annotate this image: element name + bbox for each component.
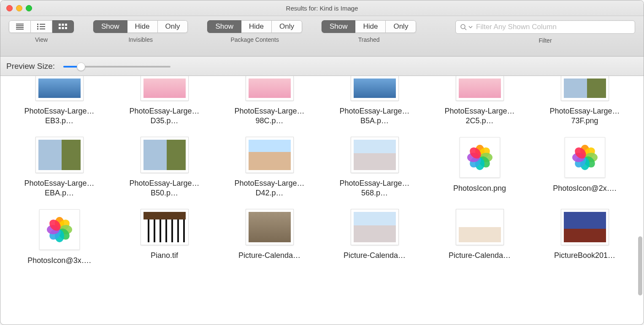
svg-rect-10 [59, 24, 61, 26]
file-thumbnail [565, 137, 605, 178]
svg-rect-15 [65, 27, 67, 29]
window-controls [0, 5, 32, 11]
preview-size-bar: Preview Size: [0, 57, 644, 76]
file-thumbnail [36, 137, 83, 173]
trashed-only-button[interactable]: Only [386, 20, 416, 33]
file-thumbnail [456, 76, 503, 100]
view-group-label: View [35, 36, 48, 43]
file-item[interactable]: PhotoEssay-Large…D35.p… [114, 76, 215, 125]
filter-group-label: Filter [538, 37, 552, 44]
package-only-button[interactable]: Only [272, 20, 302, 33]
file-name: Picture-Calenda… [238, 251, 300, 260]
list-bullets-icon [37, 23, 46, 30]
svg-rect-6 [37, 28, 38, 30]
package-show-button[interactable]: Show [207, 20, 241, 33]
package-hide-button[interactable]: Hide [241, 20, 272, 33]
file-item[interactable]: Piano.tif [114, 209, 215, 265]
file-thumbnail [246, 76, 293, 100]
view-list-button[interactable] [9, 20, 31, 33]
trashed-group: Show Hide Only Trashed [322, 20, 416, 43]
file-thumbnail [246, 137, 293, 173]
file-item[interactable]: PhotosIcon@3x…. [9, 209, 110, 265]
file-item[interactable]: PhotosIcon@2x…. [534, 137, 635, 198]
filter-group: Filter [455, 20, 635, 44]
file-item[interactable]: PhotoEssay-Large…D42.p… [219, 137, 320, 198]
trashed-group-label: Trashed [358, 36, 380, 43]
view-grid-button[interactable] [52, 20, 74, 33]
file-item[interactable]: PhotoEssay-Large…B50.p… [114, 137, 215, 198]
file-item[interactable]: PhotoEssay-Large…98C.p… [219, 76, 320, 125]
zoom-button[interactable] [26, 5, 32, 11]
scrollbar-thumb[interactable] [638, 236, 642, 295]
invisibles-group-label: Invisibles [128, 36, 153, 43]
file-thumbnail [456, 209, 503, 245]
invisibles-only-button[interactable]: Only [158, 20, 188, 33]
filter-input[interactable] [475, 22, 630, 32]
file-name: PhotosIcon@3x…. [27, 256, 91, 265]
chevron-down-icon[interactable] [468, 25, 473, 29]
close-button[interactable] [6, 5, 13, 11]
package-segmented: Show Hide Only [207, 20, 302, 33]
svg-line-17 [465, 28, 466, 30]
file-item[interactable]: Picture-Calenda… [219, 209, 320, 265]
file-thumbnail [246, 209, 293, 245]
finder-results-window: Results for: Kind is Image [0, 0, 644, 325]
file-item[interactable]: PhotoEssay-Large…EB3.p… [9, 76, 110, 125]
file-item[interactable]: PictureBook201… [534, 209, 635, 265]
minimize-button[interactable] [16, 5, 22, 11]
file-thumbnail [351, 209, 398, 245]
svg-point-16 [461, 24, 465, 29]
trashed-show-button[interactable]: Show [322, 20, 356, 33]
invisibles-show-button[interactable]: Show [93, 20, 127, 33]
toolbar: View Show Hide Only Invisibles Show Hide… [0, 16, 644, 57]
file-name: PhotosIcon.png [453, 184, 506, 193]
file-item[interactable]: PhotoEssay-Large…2C5.p… [429, 76, 530, 125]
file-thumbnail [141, 137, 188, 173]
filter-search-field[interactable] [455, 20, 635, 34]
file-item[interactable]: PhotosIcon.png [429, 137, 530, 198]
trashed-segmented: Show Hide Only [322, 20, 416, 33]
package-group-label: Package Contents [231, 36, 279, 43]
file-name: Picture-Calenda… [344, 251, 406, 260]
file-name: PhotoEssay-Large…EB3.p… [15, 106, 104, 125]
svg-rect-5 [37, 26, 38, 27]
list-dense-icon [15, 23, 24, 30]
view-list-bullets-button[interactable] [31, 20, 52, 33]
invisibles-hide-button[interactable]: Hide [127, 20, 158, 33]
preview-size-slider[interactable] [63, 62, 170, 70]
file-item[interactable]: PhotoEssay-Large…B5A.p… [324, 76, 425, 125]
svg-rect-11 [62, 24, 64, 26]
file-name: PhotoEssay-Large…2C5.p… [436, 106, 524, 125]
file-thumbnail [561, 76, 609, 100]
view-group: View [9, 20, 74, 43]
file-name: Picture-Calenda… [449, 251, 511, 260]
file-item[interactable]: PhotoEssay-Large…568.p… [324, 137, 425, 198]
package-group: Show Hide Only Package Contents [207, 20, 302, 43]
slider-thumb[interactable] [77, 62, 85, 71]
trashed-hide-button[interactable]: Hide [355, 20, 386, 33]
file-item[interactable]: Picture-Calenda… [324, 209, 425, 265]
preview-size-label: Preview Size: [6, 62, 55, 71]
file-name: Piano.tif [151, 251, 178, 260]
file-name: PhotoEssay-Large…EBA.p… [15, 179, 104, 198]
grid-icon [58, 23, 68, 30]
results-content[interactable]: PhotoEssay-Large…EB3.p…PhotoEssay-Large…… [0, 76, 644, 325]
search-icon [460, 24, 467, 30]
file-thumbnail [141, 209, 188, 245]
view-segmented [9, 20, 74, 33]
file-name: PhotoEssay-Large…D42.p… [225, 179, 314, 198]
file-name: PhotoEssay-Large…98C.p… [225, 106, 314, 125]
svg-rect-12 [65, 24, 67, 26]
invisibles-segmented: Show Hide Only [93, 20, 188, 33]
file-item[interactable]: Picture-Calenda… [429, 209, 530, 265]
svg-rect-14 [62, 27, 64, 29]
file-item[interactable]: PhotoEssay-Large…73F.png [534, 76, 635, 125]
file-name: PhotoEssay-Large…73F.png [541, 106, 629, 125]
invisibles-group: Show Hide Only Invisibles [93, 20, 188, 43]
file-thumbnail [39, 209, 80, 250]
file-name: PhotoEssay-Large…B5A.p… [330, 106, 419, 125]
file-name: PhotoEssay-Large…568.p… [330, 179, 419, 198]
file-name: PhotosIcon@2x…. [553, 184, 616, 193]
file-item[interactable]: PhotoEssay-Large…EBA.p… [9, 137, 110, 198]
file-name: PhotoEssay-Large…D35.p… [120, 106, 209, 125]
